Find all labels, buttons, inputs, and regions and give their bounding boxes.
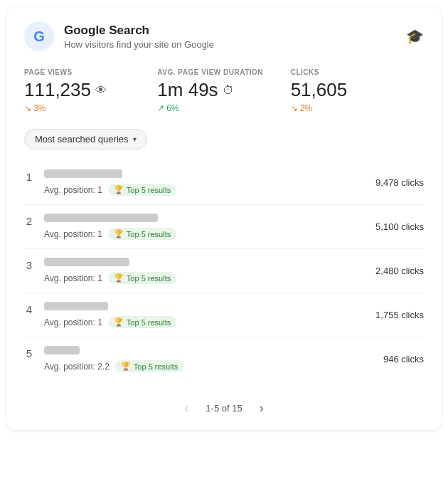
query-row: 1 Avg. position: 1 🏆 Top 5 results 9,478…: [24, 161, 424, 205]
chevron-right-icon: ›: [260, 401, 264, 415]
stats-row: PAGE VIEWS 111,235 👁 3% AVG. PAGE VIEW D…: [24, 68, 424, 113]
query-clicks-2: 5,100 clicks: [375, 221, 424, 232]
query-info-1: Avg. position: 1 🏆 Top 5 results: [44, 169, 176, 196]
top5-badge-4: 🏆 Top 5 results: [108, 316, 176, 328]
avg-position-5: Avg. position: 2.2: [44, 362, 110, 372]
query-left-5: 5 Avg. position: 2.2 🏆 Top 5 results: [24, 346, 183, 372]
query-left-3: 3 Avg. position: 1 🏆 Top 5 results: [24, 258, 176, 284]
top5-badge-2: 🏆 Top 5 results: [108, 228, 176, 240]
query-meta-3: Avg. position: 1 🏆 Top 5 results: [44, 272, 176, 284]
trophy-icon-3: 🏆: [114, 273, 124, 283]
header-left: G Google Search How visitors find your s…: [24, 21, 214, 51]
query-left-2: 2 Avg. position: 1 🏆 Top 5 results: [24, 214, 176, 240]
top5-label-5: Top 5 results: [134, 362, 178, 371]
query-left-4: 4 Avg. position: 1 🏆 Top 5 results: [24, 302, 176, 328]
query-rank-4: 4: [24, 302, 34, 315]
query-row: 5 Avg. position: 2.2 🏆 Top 5 results 946…: [24, 337, 424, 381]
query-info-3: Avg. position: 1 🏆 Top 5 results: [44, 258, 176, 284]
query-rank-1: 1: [24, 169, 34, 183]
top5-label-3: Top 5 results: [127, 274, 171, 283]
query-meta-5: Avg. position: 2.2 🏆 Top 5 results: [44, 360, 183, 372]
query-text-5: [44, 346, 80, 355]
stat-avg-duration: AVG. PAGE VIEW DURATION 1m 49s ⏱ 6%: [157, 68, 290, 113]
query-rank-3: 3: [24, 258, 34, 271]
query-meta-4: Avg. position: 1 🏆 Top 5 results: [44, 316, 176, 328]
query-rank-5: 5: [24, 346, 34, 359]
query-text-4: [44, 302, 108, 310]
query-text-1: [44, 169, 122, 178]
page-views-change: 3%: [24, 103, 157, 113]
avg-position-4: Avg. position: 1: [44, 317, 102, 327]
query-clicks-1: 9,478 clicks: [375, 177, 424, 188]
top5-badge-1: 🏆 Top 5 results: [108, 184, 176, 196]
trophy-icon-2: 🏆: [114, 229, 124, 238]
clicks-value: 51,605: [291, 79, 424, 101]
prev-page-button[interactable]: ‹: [178, 398, 194, 419]
trophy-icon-1: 🏆: [114, 185, 124, 194]
app-subtitle: How visitors find your site on Google: [64, 39, 214, 50]
avg-position-1: Avg. position: 1: [44, 185, 102, 195]
top5-label-2: Top 5 results: [127, 230, 171, 238]
top5-label-1: Top 5 results: [127, 186, 171, 194]
pagination: ‹ 1-5 of 15 ›: [24, 392, 424, 419]
query-clicks-5: 946 clicks: [383, 354, 424, 364]
card-header: G Google Search How visitors find your s…: [24, 21, 424, 51]
page-info: 1-5 of 15: [206, 403, 242, 414]
next-page-button[interactable]: ›: [254, 398, 270, 419]
avg-position-2: Avg. position: 1: [44, 229, 102, 239]
trophy-icon-4: 🏆: [114, 317, 124, 327]
query-info-5: Avg. position: 2.2 🏆 Top 5 results: [44, 346, 183, 372]
chevron-down-icon: ▾: [133, 135, 137, 143]
query-meta-1: Avg. position: 1 🏆 Top 5 results: [44, 184, 176, 196]
help-icon[interactable]: 🎓: [406, 28, 424, 45]
stat-clicks: CLICKS 51,605 2%: [291, 68, 424, 113]
query-row: 3 Avg. position: 1 🏆 Top 5 results 2,480…: [24, 249, 424, 293]
clicks-label: CLICKS: [291, 68, 424, 76]
query-text-2: [44, 214, 158, 222]
google-logo: G: [24, 21, 54, 51]
query-info-4: Avg. position: 1 🏆 Top 5 results: [44, 302, 176, 328]
query-meta-2: Avg. position: 1 🏆 Top 5 results: [44, 228, 176, 240]
avg-duration-label: AVG. PAGE VIEW DURATION: [157, 68, 290, 76]
query-text-3: [44, 258, 129, 266]
avg-duration-change: 6%: [157, 103, 290, 113]
query-row: 4 Avg. position: 1 🏆 Top 5 results 1,755…: [24, 293, 424, 337]
queries-dropdown[interactable]: Most searched queries ▾: [24, 129, 147, 149]
timer-icon: ⏱: [223, 84, 234, 97]
page-views-label: PAGE VIEWS: [24, 68, 157, 76]
clicks-change: 2%: [291, 103, 424, 113]
eye-icon: 👁: [95, 84, 107, 97]
avg-position-3: Avg. position: 1: [44, 273, 102, 283]
query-clicks-4: 1,755 clicks: [375, 310, 424, 320]
query-row: 2 Avg. position: 1 🏆 Top 5 results 5,100…: [24, 205, 424, 249]
query-info-2: Avg. position: 1 🏆 Top 5 results: [44, 214, 176, 240]
stat-page-views: PAGE VIEWS 111,235 👁 3%: [24, 68, 157, 113]
trophy-icon-5: 🏆: [121, 362, 131, 371]
top5-badge-5: 🏆 Top 5 results: [115, 360, 183, 372]
query-list: 1 Avg. position: 1 🏆 Top 5 results 9,478…: [24, 161, 424, 381]
top5-badge-3: 🏆 Top 5 results: [108, 272, 176, 284]
top5-label-4: Top 5 results: [127, 318, 171, 327]
query-rank-2: 2: [24, 214, 34, 227]
clicks-down-arrow-icon: [291, 103, 298, 113]
page-views-value: 111,235 👁: [24, 79, 157, 101]
up-arrow-icon: [157, 103, 164, 113]
header-text: Google Search How visitors find your sit…: [64, 23, 214, 50]
avg-duration-value: 1m 49s ⏱: [157, 79, 290, 101]
chevron-left-icon: ‹: [184, 401, 188, 415]
app-title: Google Search: [64, 23, 214, 38]
dropdown-label: Most searched queries: [35, 134, 129, 145]
down-arrow-icon: [24, 103, 31, 113]
query-left-1: 1 Avg. position: 1 🏆 Top 5 results: [24, 169, 176, 196]
query-clicks-3: 2,480 clicks: [375, 266, 424, 276]
